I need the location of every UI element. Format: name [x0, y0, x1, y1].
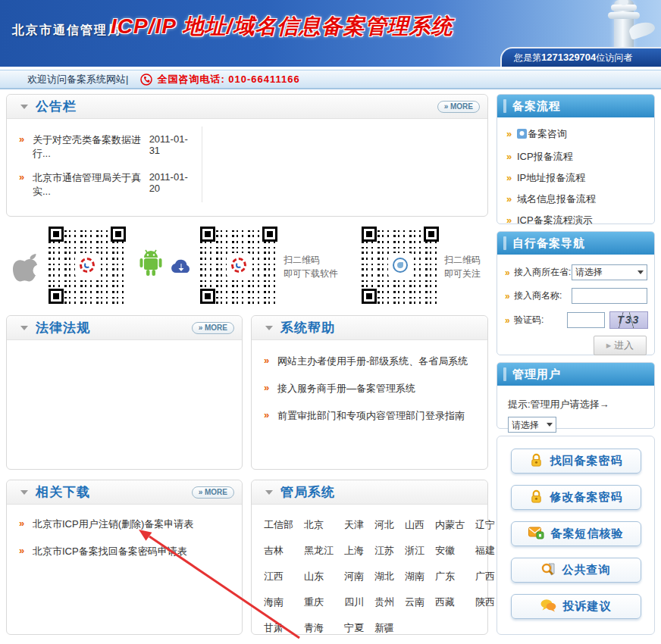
announcements-panel: 公告栏 » MORE » 关于对空壳类备案数据进行... 2011-01-31 … [6, 94, 488, 217]
bureau-link[interactable]: 宁夏 [344, 621, 364, 635]
bureau-link[interactable]: 河北 [374, 518, 394, 532]
bureau-title: 管局系统 [280, 483, 335, 501]
bullet-icon: » [506, 146, 512, 167]
qr-code-follow [361, 226, 440, 305]
bureau-link[interactable]: 湖北 [374, 570, 394, 583]
isp-name-input[interactable] [572, 288, 647, 304]
announcements-title: 公告栏 [36, 98, 77, 115]
search-icon [541, 562, 556, 579]
bureau-link[interactable]: 新疆 [374, 621, 394, 635]
help-item[interactable]: »网站主办者使用手册-部级系统、各省局系统 [252, 348, 487, 375]
public-query-button[interactable]: 公共查询 [511, 558, 641, 583]
phone-icon [140, 73, 152, 86]
icp-logo-icon [227, 253, 251, 277]
process-item[interactable]: »ICP备案流程演示 [497, 210, 654, 231]
bullet-icon: » [19, 171, 24, 183]
bureau-link[interactable]: 安徽 [435, 544, 465, 558]
bureau-link[interactable]: 辽宁 [475, 518, 495, 532]
bureau-link[interactable]: 西藏 [435, 596, 465, 609]
admin-hint-1: 提示:管理用户请选择→ [508, 399, 609, 410]
bureau-link[interactable]: 上海 [344, 544, 364, 558]
icp-logo-icon [75, 253, 99, 277]
captcha-image[interactable]: T33 [609, 311, 648, 329]
admin-panel: 管理用户 提示:管理用户请选择→ 请选择 然后点击→ |进入| [497, 362, 655, 429]
laws-title: 法律法规 [36, 319, 90, 336]
admin-panel-title: 管理用户 [497, 363, 654, 386]
bureau-link[interactable]: 广西 [475, 570, 495, 583]
province-label: 接入商所在省: [514, 266, 572, 279]
bureau-link[interactable]: 贵州 [374, 596, 394, 609]
bureau-link[interactable]: 湖南 [405, 570, 424, 583]
bureau-link[interactable]: 吉林 [264, 544, 293, 558]
qr-section: 扫二维码 即可下载软件 扫二维码 即可关注 [6, 224, 488, 308]
process-item[interactable]: »IP地址报备流程 [497, 167, 654, 189]
bureau-link[interactable]: 重庆 [304, 596, 334, 609]
change-password-button[interactable]: 修改备案密码 [511, 485, 641, 510]
isp-name-label: 接入商名称: [514, 289, 572, 302]
bureau-link[interactable]: 福建 [475, 544, 495, 558]
download-item[interactable]: »北京市ICP用户注销(删除)备案申请表 [7, 511, 242, 538]
announcement-item[interactable]: » 关于对空壳类备案数据进行... 2011-01-31 [7, 128, 195, 166]
process-item[interactable]: »ICP报备流程 [497, 146, 654, 167]
enter-button[interactable]: 进入 [594, 336, 647, 355]
bureau-link[interactable]: 北京 [304, 518, 334, 532]
complaint-button[interactable]: 投诉建议 [511, 594, 641, 619]
announcements-more-button[interactable]: » MORE [437, 101, 480, 113]
bureau-link[interactable]: 山东 [304, 570, 334, 583]
bullet-icon: » [19, 517, 24, 529]
bureau-link[interactable]: 黑龙江 [304, 544, 334, 558]
bureau-link[interactable]: 海南 [264, 596, 293, 609]
captcha-input[interactable] [567, 312, 605, 328]
laws-more-button[interactable]: » MORE [192, 322, 234, 334]
downloads-more-button[interactable]: » MORE [192, 486, 234, 499]
announcement-text[interactable]: 关于对空壳类备案数据进行... [33, 133, 149, 161]
bureau-link[interactable]: 甘肃 [264, 621, 293, 635]
bureau-link[interactable]: 山西 [405, 518, 424, 532]
process-item[interactable]: »备案咨询 [497, 123, 654, 146]
bureau-link[interactable]: 江西 [264, 570, 293, 583]
bureau-link[interactable]: 陕西 [475, 596, 495, 609]
center-logo-icon [388, 253, 412, 277]
qr-code-ios [48, 226, 127, 305]
recover-password-button[interactable]: 找回备案密码 [511, 449, 641, 474]
process-panel: 备案流程 »备案咨询 »ICP报备流程 »IP地址报备流程 »域名信息报备流程 … [497, 94, 655, 224]
bureau-link[interactable]: 江苏 [374, 544, 394, 558]
process-item[interactable]: »域名信息报备流程 [497, 189, 654, 210]
android-icon [137, 247, 164, 280]
announcements-list: » 关于对空壳类备案数据进行... 2011-01-31 » 北京市通信管理局关… [7, 119, 487, 204]
announcement-date: 2011-01-31 [149, 133, 195, 161]
triangle-icon [20, 490, 28, 495]
welcome-bar: 欢迎访问备案系统网站| 全国咨询电话: 010-66411166 [0, 70, 661, 89]
bureau-link[interactable]: 青海 [304, 621, 334, 635]
visitor-count: 1271329704 [541, 52, 596, 63]
divider [202, 127, 202, 202]
site-title: ICP/IP 地址/域名信息备案管理系统 [111, 12, 453, 41]
download-item[interactable]: »北京市ICP备案找回备案密码申请表 [7, 538, 242, 565]
mail-lock-icon [528, 527, 544, 542]
bullet-icon: » [264, 355, 269, 366]
bureau-link[interactable]: 云南 [405, 596, 424, 609]
bureau-link[interactable]: 工信部 [264, 518, 293, 532]
qr-code-android [199, 226, 278, 305]
welcome-text: 欢迎访问备案系统网站| [27, 73, 128, 86]
bureau-link[interactable]: 内蒙古 [435, 518, 465, 532]
bureau-link[interactable]: 浙江 [405, 544, 424, 558]
admin-select[interactable]: 请选择 [508, 417, 556, 433]
triangle-icon [265, 490, 273, 495]
triangle-icon [265, 326, 273, 330]
bureau-link[interactable]: 四川 [344, 596, 364, 609]
bureau-link[interactable]: 天津 [344, 518, 364, 532]
bureau-grid: 工信部 北京 天津 河北 山西 内蒙古 辽宁 吉林 黑龙江 上海 江苏 浙江 安… [252, 505, 487, 635]
bullet-icon: » [506, 189, 512, 210]
qr-caption-follow: 扫二维码 即可关注 [444, 253, 481, 280]
bureau-link[interactable]: 广东 [435, 570, 465, 583]
sms-verify-button[interactable]: 备案短信核验 [511, 521, 641, 546]
help-item[interactable]: »接入服务商手册—备案管理系统 [252, 375, 487, 402]
bullet-icon: » [19, 545, 24, 556]
bureau-link[interactable]: 河南 [344, 570, 364, 583]
announcement-item[interactable]: » 北京市通信管理局关于真实... 2011-01-20 [7, 166, 195, 204]
help-item[interactable]: »前置审批部门和专项内容管理部门登录指南 [252, 402, 487, 430]
bullet-icon: » [506, 210, 512, 231]
announcement-text[interactable]: 北京市通信管理局关于真实... [33, 171, 149, 199]
province-select[interactable]: 请选择 [572, 264, 647, 280]
